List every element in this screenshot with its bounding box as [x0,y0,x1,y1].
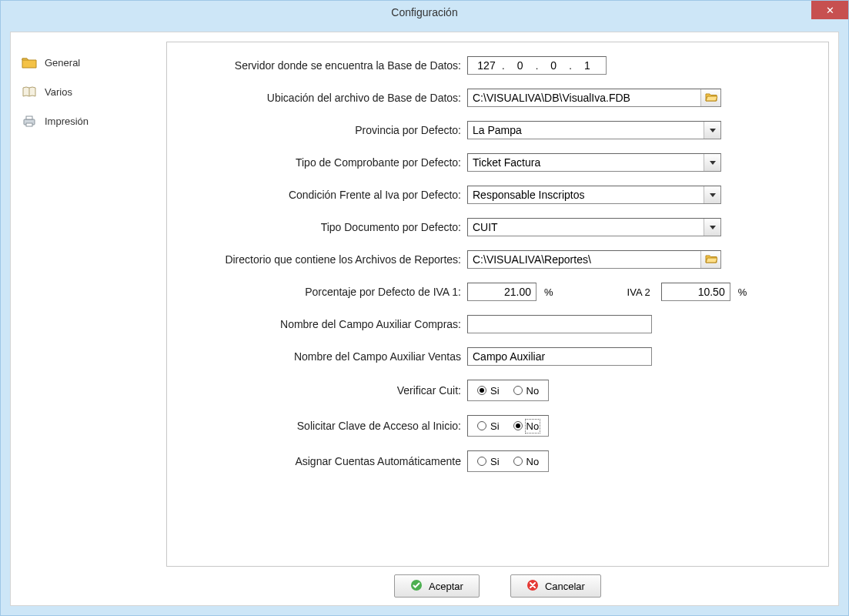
radio-icon [513,421,523,430]
voucher-dropdown-button[interactable] [704,154,720,171]
auto-accounts-group: Si No [467,450,549,472]
province-combo[interactable] [467,121,721,139]
verify-cuit-group: Si No [467,380,549,401]
verify-cuit-no[interactable]: No [513,385,540,397]
ask-password-si[interactable]: Si [477,420,500,432]
province-dropdown-button[interactable] [704,122,720,139]
aux-ventas-label: Nombre del Campo Auxiliar Ventas [182,350,467,363]
pct-symbol-2: % [738,286,747,298]
ip-seg-d[interactable] [573,59,601,72]
ask-password-no[interactable]: No [513,420,540,432]
main-wrap: Servidor donde se encuentra la Base de D… [157,32,838,605]
printer-icon [22,114,37,128]
server-ip-input[interactable]: . . . [467,56,607,75]
client-area: General Varios Impresión Servidor donde … [10,32,839,606]
radio-icon [477,457,486,466]
doctype-value[interactable] [468,219,704,236]
sidebar-item-label: General [45,57,80,69]
reportsdir-label: Directorio que contiene los Archivos de … [182,253,467,266]
folder-open-icon [705,253,717,266]
auto-accounts-si[interactable]: Si [477,456,500,467]
window-title: Configuración [391,6,457,18]
sidebar: General Varios Impresión [11,32,157,605]
doctype-label: Tipo Documento por Defecto: [182,221,467,233]
aux-ventas-input[interactable] [467,347,652,366]
voucher-combo[interactable] [467,153,721,172]
sidebar-item-label: Impresión [45,116,89,127]
voucher-value[interactable] [468,154,704,171]
iva-cond-dropdown-button[interactable] [704,186,720,203]
aux-compras-input[interactable] [467,315,652,333]
auto-accounts-label: Asignar Cuentas Automáticamente [182,455,467,467]
sidebar-item-label: Varios [45,86,72,98]
ask-password-label: Solicitar Clave de Acceso al Inicio: [182,420,467,432]
iva-cond-combo[interactable] [467,186,721,204]
reportsdir-field [467,250,721,269]
sidebar-item-impresion[interactable]: Impresión [11,106,157,136]
voucher-label: Tipo de Comprobante por Defecto: [182,156,467,169]
ip-seg-c[interactable] [540,59,567,72]
ip-seg-b[interactable] [506,59,534,72]
dbfile-label: Ubicación del archivo de Base de Datos: [182,92,467,104]
cancel-button[interactable]: Cancelar [510,574,601,598]
check-icon [410,579,423,594]
aux-compras-label: Nombre del Campo Auxiliar Compras: [182,318,467,330]
book-icon [22,85,37,99]
svg-rect-2 [26,116,32,119]
close-icon: ✕ [826,5,834,16]
close-button[interactable]: ✕ [811,1,848,19]
dbfile-browse-button[interactable] [700,89,720,106]
chevron-down-icon [710,161,716,165]
chevron-down-icon [710,193,716,197]
dbfile-field [467,89,721,107]
iva2-input[interactable] [661,283,730,301]
doctype-combo[interactable] [467,218,721,236]
svg-rect-3 [26,123,32,126]
radio-icon [477,386,486,395]
iva1-label: Porcentaje por Defecto de IVA 1: [182,286,467,298]
accept-button[interactable]: Aceptar [394,574,480,598]
verify-cuit-label: Verificar Cuit: [182,384,467,397]
ask-password-group: Si No [467,415,549,437]
doctype-dropdown-button[interactable] [704,219,720,236]
radio-icon [513,386,523,395]
dbfile-input[interactable] [468,89,700,106]
iva-cond-value[interactable] [468,186,704,203]
reportsdir-input[interactable] [468,251,700,268]
chevron-down-icon [710,226,716,229]
config-window: Configuración ✕ General Varios [0,0,849,616]
main-panel: Servidor donde se encuentra la Base de D… [166,42,829,567]
titlebar: Configuración ✕ [1,1,848,24]
auto-accounts-no[interactable]: No [513,456,540,467]
pct-symbol-1: % [544,286,553,298]
iva-cond-label: Condición Frente al Iva por Defecto: [182,189,467,201]
iva1-input[interactable] [467,283,536,301]
button-bar: Aceptar Cancelar [166,567,829,605]
ip-seg-a[interactable] [473,59,500,72]
folder-open-icon [705,92,717,105]
chevron-down-icon [710,129,716,132]
iva2-label: IVA 2 [627,286,650,298]
radio-icon [477,421,486,430]
folder-icon [22,55,37,69]
verify-cuit-si[interactable]: Si [477,385,500,397]
sidebar-item-general[interactable]: General [11,48,157,77]
cancel-icon [526,579,539,594]
province-value[interactable] [468,122,704,139]
reportsdir-browse-button[interactable] [700,251,720,268]
server-label: Servidor donde se encuentra la Base de D… [182,59,467,72]
province-label: Provincia por Defecto: [182,124,467,136]
radio-icon [513,457,523,466]
sidebar-item-varios[interactable]: Varios [11,77,157,106]
